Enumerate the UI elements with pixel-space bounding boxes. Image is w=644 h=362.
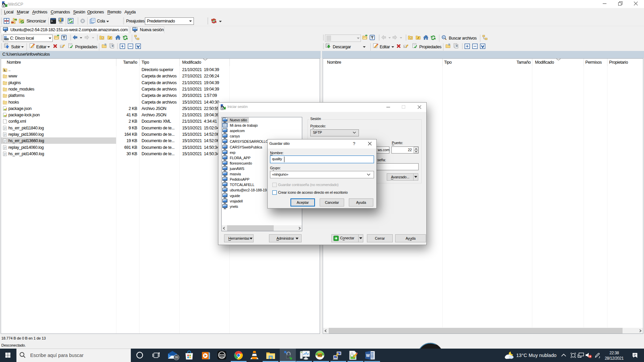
svg-text:35: 35 — [175, 356, 178, 359]
svg-text:HS: HS — [318, 353, 322, 357]
svg-text:W: W — [366, 353, 370, 358]
